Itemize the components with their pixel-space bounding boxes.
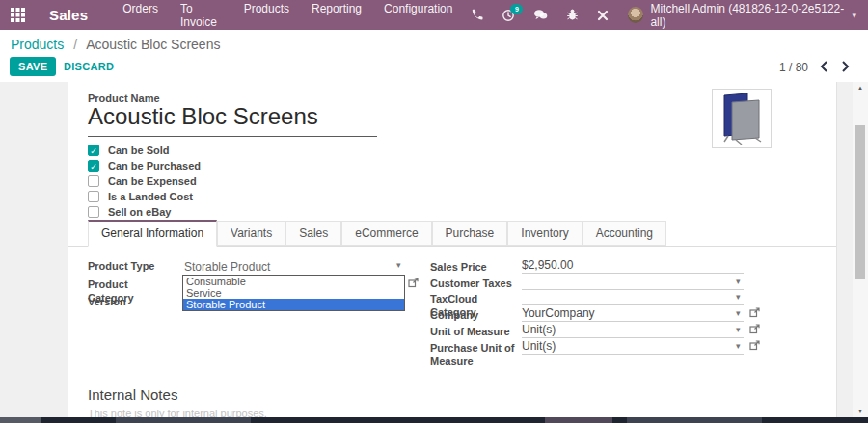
product-category-external-link-icon[interactable]: [408, 278, 419, 288]
user-avatar: [628, 7, 643, 23]
sales-price-label: Sales Price: [430, 261, 519, 275]
is-landed-cost-label: Is a Landed Cost: [108, 191, 193, 202]
user-name: Mitchell Admin (481826-12-0-2e5122-all): [650, 2, 847, 29]
save-button[interactable]: SAVE: [10, 57, 56, 76]
pager-counter: 1 / 80: [779, 61, 808, 74]
dropdown-option-storable-product[interactable]: Storable Product: [183, 299, 404, 310]
can-be-expensed-checkbox[interactable]: [88, 175, 99, 187]
vertical-scrollbar[interactable]: ▲ ▼: [853, 82, 868, 417]
checkbox-row-can-be-purchased: ✓ Can be Purchased: [88, 159, 201, 172]
purchase-unit-of-measure-external-link-icon[interactable]: [749, 340, 760, 351]
app-name[interactable]: Sales: [49, 7, 88, 23]
sell-on-ebay-checkbox[interactable]: [88, 206, 99, 218]
unit-of-measure-caret-icon[interactable]: ▾: [736, 325, 741, 334]
scroll-down-icon[interactable]: ▼: [853, 406, 868, 417]
product-name-underline: [88, 136, 377, 137]
can-be-sold-checkbox[interactable]: ✓: [88, 145, 99, 156]
scroll-up-icon[interactable]: ▲: [853, 82, 868, 93]
can-be-expensed-label: Can be Expensed: [108, 175, 197, 187]
tab-general-information[interactable]: General Information: [88, 220, 217, 247]
tab-inventory[interactable]: Inventory: [507, 221, 582, 246]
product-image[interactable]: [712, 89, 772, 148]
messages-icon[interactable]: [533, 9, 548, 21]
dropdown-option-consumable[interactable]: Consumable: [183, 276, 404, 287]
checkbox-row-can-be-sold: ✓ Can be Sold: [88, 144, 170, 157]
tab-sales[interactable]: Sales: [285, 221, 341, 246]
bottom-edge-segment: [627, 417, 762, 423]
menu-reporting[interactable]: Reporting: [312, 2, 362, 29]
sales-price-input[interactable]: $2,950.00: [522, 258, 744, 274]
product-type-label: Product Type: [88, 260, 176, 274]
product-name-input[interactable]: Acoustic Bloc Screens: [88, 103, 318, 130]
notebook-tabs: General Information Variants Sales eComm…: [68, 222, 836, 247]
product-type-dropdown-list: Consumable Service Storable Product: [182, 275, 405, 311]
breadcrumb-current: Acoustic Bloc Screens: [86, 37, 220, 52]
customer-taxes-input[interactable]: [522, 275, 744, 290]
purchase-unit-of-measure-caret-icon[interactable]: ▾: [736, 341, 741, 351]
can-be-purchased-checkbox[interactable]: ✓: [88, 160, 99, 172]
bug-icon[interactable]: [566, 9, 579, 21]
purchase-unit-of-measure-label: Purchase Unit of Measure: [430, 342, 519, 369]
purchase-unit-of-measure-input[interactable]: Unit(s): [522, 339, 744, 355]
unit-of-measure-label: Unit of Measure: [430, 326, 519, 339]
user-menu[interactable]: Mitchell Admin (481826-12-0-2e5122-all) …: [628, 2, 856, 29]
can-be-purchased-label: Can be Purchased: [108, 160, 201, 172]
bottom-edge-segment: [545, 417, 612, 423]
menu-orders[interactable]: Orders: [122, 2, 158, 29]
internal-notes-placeholder[interactable]: This note is only for internal purposes.: [88, 408, 267, 417]
company-external-link-icon[interactable]: [749, 307, 760, 318]
chevron-down-icon: ▾: [852, 11, 856, 20]
customer-taxes-label: Customer Taxes: [430, 278, 519, 291]
activity-badge: 9: [510, 4, 523, 14]
odoo-window: Sales Orders To Invoice Products Reporti…: [0, 0, 868, 423]
tab-purchase[interactable]: Purchase: [432, 221, 508, 246]
main-menu: Orders To Invoice Products Reporting Con…: [122, 2, 452, 29]
bottom-window-edge: [0, 417, 868, 423]
breadcrumb-separator: /: [73, 37, 77, 52]
company-caret-icon[interactable]: ▾: [736, 308, 741, 318]
discard-button[interactable]: DISCARD: [64, 61, 114, 72]
tab-ecommerce[interactable]: eCommerce: [341, 221, 431, 246]
internal-notes-heading: Internal Notes: [88, 386, 177, 403]
breadcrumb-products-link[interactable]: Products: [11, 37, 64, 52]
product-form-sheet: Product Name Acoustic Bloc Screens ✓ Can…: [68, 82, 837, 417]
checkbox-row-sell-on-ebay: Sell on eBay: [88, 205, 171, 219]
product-type-select[interactable]: Storable Product: [184, 260, 403, 274]
taxcloud-category-caret-icon[interactable]: ▾: [736, 292, 741, 302]
activity-clock-icon[interactable]: 9: [502, 9, 515, 22]
checkbox-row-landed-cost: Is a Landed Cost: [88, 190, 193, 203]
breadcrumb: Products / Acoustic Bloc Screens: [11, 37, 220, 52]
customer-taxes-caret-icon[interactable]: ▾: [736, 277, 741, 286]
support-tools-icon[interactable]: [597, 10, 609, 21]
tab-accounting[interactable]: Accounting: [583, 221, 666, 246]
can-be-sold-label: Can be Sold: [108, 145, 170, 156]
company-input[interactable]: YourCompany: [522, 306, 744, 322]
dropdown-option-service[interactable]: Service: [183, 287, 404, 299]
menu-to-invoice[interactable]: To Invoice: [180, 2, 222, 29]
sell-on-ebay-label: Sell on eBay: [108, 206, 171, 218]
pager-previous-button[interactable]: [816, 59, 831, 74]
version-label: Version: [88, 296, 176, 309]
is-landed-cost-checkbox[interactable]: [88, 191, 99, 202]
apps-grid-icon[interactable]: [11, 8, 25, 22]
tab-variants[interactable]: Variants: [217, 221, 285, 246]
checkbox-row-can-be-expensed: Can be Expensed: [88, 174, 197, 188]
company-label: Company: [430, 309, 519, 323]
bottom-edge-segment: [0, 417, 41, 423]
menu-products[interactable]: Products: [244, 2, 289, 29]
phone-icon[interactable]: [471, 9, 483, 21]
menu-configuration[interactable]: Configuration: [384, 2, 452, 29]
scrollbar-thumb[interactable]: [855, 125, 865, 279]
product-type-caret-icon[interactable]: ▾: [396, 260, 401, 270]
taxcloud-category-input[interactable]: [522, 290, 744, 305]
navbar-right: 9: [452, 2, 856, 29]
top-navbar: Sales Orders To Invoice Products Reporti…: [0, 0, 868, 30]
unit-of-measure-external-link-icon[interactable]: [749, 324, 760, 334]
unit-of-measure-input[interactable]: Unit(s): [522, 323, 744, 338]
pager-next-button[interactable]: [837, 59, 853, 74]
control-panel: Products / Acoustic Bloc Screens SAVE DI…: [0, 30, 868, 82]
bottom-edge-segment: [116, 417, 251, 423]
